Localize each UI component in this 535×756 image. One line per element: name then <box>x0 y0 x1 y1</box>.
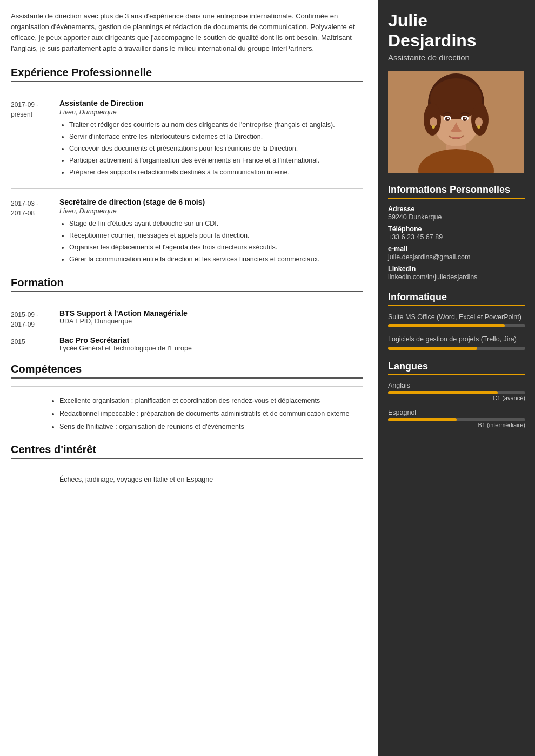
informatique-title: Informatique <box>388 292 525 306</box>
bullet: Réceptionner courrier, messages et appel… <box>69 230 363 241</box>
lang-level-2: B1 (intermédiaire) <box>388 422 525 428</box>
email-value: julie.desjardins@gmail.com <box>388 253 525 261</box>
form-entry-1: 2015-09 - 2017-09 BTS Support à l'Action… <box>11 309 363 329</box>
skill-name-2: Logiciels de gestion de projets (Trello,… <box>388 335 525 345</box>
exp-dates-1: 2017-09 - présent <box>11 99 59 179</box>
competence-item: Rédactionnel impeccable : préparation de… <box>59 408 363 420</box>
left-column: Assistante de direction avec plus de 3 a… <box>0 0 378 756</box>
svg-point-16 <box>432 125 435 129</box>
skill-name-1: Suite MS Office (Word, Excel et PowerPoi… <box>388 313 525 322</box>
linkedin-value: linkedin.com/in/juliedesjardins <box>388 273 525 281</box>
bullet: Préparer des supports rédactionnels dest… <box>69 167 363 178</box>
bullet: Organiser les déplacements et l'agenda d… <box>69 242 363 253</box>
interests-text: Échecs, jardinage, voyages en Italie et … <box>11 476 363 483</box>
form-degree-1: BTS Support à l'Action Managériale <box>59 309 363 318</box>
skill-2: Logiciels de gestion de projets (Trello,… <box>388 335 525 350</box>
lang-bar-bg-1 <box>388 391 525 394</box>
form-entry-2: 2015 Bac Pro Secrétariat Lycée Général e… <box>11 336 363 352</box>
profile-svg <box>388 71 524 173</box>
svg-point-17 <box>477 125 480 129</box>
profile-title: Assistante de direction <box>388 53 525 62</box>
exp-company-2: Liven, Dunquerque <box>59 207 363 215</box>
competences-list: Excellente organisation : planification … <box>11 395 363 433</box>
lang-bar-bg-2 <box>388 418 525 421</box>
photo-placeholder <box>388 71 524 173</box>
lang-2: Espagnol B1 (intermédiaire) <box>388 409 525 428</box>
form-school-2: Lycée Général et Technologique de l'Euro… <box>59 345 363 352</box>
exp-content-2: Secrétaire de direction (stage de 6 mois… <box>59 198 363 266</box>
right-column: Julie Desjardins Assistante de direction <box>378 0 535 756</box>
adresse-label: Adresse <box>388 205 525 213</box>
bullet: Traiter et rédiger des courriers au nom … <box>69 119 363 130</box>
bullet: Gérer la communication entre la directio… <box>69 254 363 265</box>
profile-name: Julie Desjardins <box>388 11 525 51</box>
exp-entry-1: 2017-09 - présent Assistante de Directio… <box>11 99 363 179</box>
lang-name-2: Espagnol <box>388 409 525 416</box>
exp-title-2: Secrétaire de direction (stage de 6 mois… <box>59 198 363 206</box>
lang-name-1: Anglais <box>388 382 525 389</box>
section-formation: Formation 2015-09 - 2017-09 BTS Support … <box>11 276 363 352</box>
svg-point-13 <box>447 117 449 119</box>
formation-section-title: Formation <box>11 276 363 292</box>
form-content-2: Bac Pro Secrétariat Lycée Général et Tec… <box>59 336 363 352</box>
centres-section-title: Centres d'intérêt <box>11 443 363 459</box>
right-section-informations: Informations Personnelles Adresse 59240 … <box>388 184 525 281</box>
skill-bar-bg-1 <box>388 324 525 327</box>
skill-bar-fill-2 <box>388 347 477 350</box>
lang-bar-fill-2 <box>388 418 457 421</box>
experience-section-title: Expérience Professionnelle <box>11 66 363 82</box>
exp-company-1: Liven, Dunquerque <box>59 109 363 116</box>
competence-item: Excellente organisation : planification … <box>59 395 363 407</box>
section-centres: Centres d'intérêt Échecs, jardinage, voy… <box>11 443 363 483</box>
form-content-1: BTS Support à l'Action Managériale UDA E… <box>59 309 363 329</box>
skill-bar-fill-1 <box>388 324 505 327</box>
svg-point-14 <box>465 117 466 119</box>
right-section-langues: Langues Anglais C1 (avancé) Espagnol B1 … <box>388 361 525 428</box>
section-competences: Compétences Excellente organisation : pl… <box>11 363 363 433</box>
exp-entry-2: 2017-03 - 2017-08 Secrétaire de directio… <box>11 198 363 266</box>
exp-bullets-1: Traiter et rédiger des courriers au nom … <box>59 119 363 178</box>
email-label: e-mail <box>388 245 525 253</box>
exp-bullets-2: Stage de fin d'études ayant débouché sur… <box>59 218 363 265</box>
lang-1: Anglais C1 (avancé) <box>388 382 525 401</box>
informations-title: Informations Personnelles <box>388 184 525 199</box>
telephone-value: +33 6 23 45 67 89 <box>388 233 525 241</box>
bullet: Concevoir des documents et présentations… <box>69 143 363 154</box>
section-experience: Expérience Professionnelle 2017-09 - pré… <box>11 66 363 266</box>
bullet: Participer activement à l'organisation d… <box>69 155 363 166</box>
cv-wrapper: Assistante de direction avec plus de 3 a… <box>0 0 535 756</box>
lang-level-1: C1 (avancé) <box>388 395 525 401</box>
exp-title-1: Assistante de Direction <box>59 99 363 107</box>
bullet: Servir d'interface entre les interlocute… <box>69 131 363 142</box>
right-section-informatique: Informatique Suite MS Office (Word, Exce… <box>388 292 525 350</box>
exp-content-1: Assistante de Direction Liven, Dunquerqu… <box>59 99 363 179</box>
summary-text: Assistante de direction avec plus de 3 a… <box>11 11 363 55</box>
langues-title: Langues <box>388 361 525 375</box>
profile-photo <box>388 71 524 173</box>
skill-1: Suite MS Office (Word, Excel et PowerPoi… <box>388 313 525 328</box>
bullet: Stage de fin d'études ayant débouché sur… <box>69 218 363 229</box>
exp-dates-2: 2017-03 - 2017-08 <box>11 198 59 266</box>
telephone-label: Téléphone <box>388 225 525 233</box>
form-school-1: UDA EPID, Dunquerque <box>59 318 363 325</box>
competences-section-title: Compétences <box>11 363 363 379</box>
form-dates-2: 2015 <box>11 336 59 352</box>
linkedin-label: LinkedIn <box>388 265 525 273</box>
form-degree-2: Bac Pro Secrétariat <box>59 336 363 345</box>
adresse-value: 59240 Dunkerque <box>388 213 525 221</box>
form-dates-1: 2015-09 - 2017-09 <box>11 309 59 329</box>
skill-bar-bg-2 <box>388 347 525 350</box>
lang-bar-fill-1 <box>388 391 498 394</box>
competence-item: Sens de l'initiative : organisation de r… <box>59 421 363 433</box>
